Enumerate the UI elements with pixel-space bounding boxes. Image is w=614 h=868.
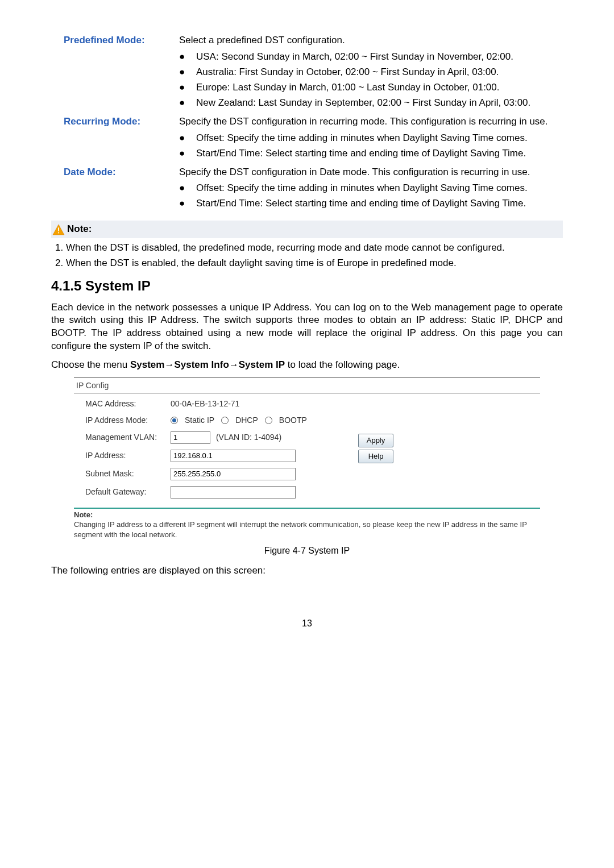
gw-input[interactable]: [171, 486, 296, 499]
panel-body: MAC Address: 00-0A-EB-13-12-71 IP Addres…: [74, 394, 540, 501]
radio-dhcp[interactable]: [221, 417, 229, 424]
entries-intro: The following entries are displayed on t…: [51, 564, 563, 578]
ip-input[interactable]: [171, 450, 296, 462]
apply-button[interactable]: Apply: [358, 434, 393, 447]
def-intro: Specify the DST configuration in recurri…: [179, 115, 563, 128]
radio-bootp[interactable]: [265, 417, 272, 424]
definition-list: Predefined Mode: Select a predefined DST…: [51, 34, 563, 213]
def-body: Specify the DST configuration in Date mo…: [179, 166, 563, 213]
radio-label: DHCP: [235, 415, 258, 426]
list-text: Offset: Specify the time adding in minut…: [196, 132, 563, 145]
bullet-icon: ●: [179, 66, 185, 79]
mac-label: MAC Address:: [85, 398, 171, 409]
list-text: Offset: Specify the time adding in minut…: [196, 182, 563, 195]
menu-sep: →: [164, 359, 174, 370]
list-text: Australia: First Sunday in October, 02:0…: [196, 66, 563, 79]
bullet-icon: ●: [179, 51, 185, 64]
vlan-hint: (VLAN ID: 1-4094): [216, 433, 281, 442]
datemode-list: ●Offset: Specify the time adding in minu…: [179, 182, 563, 210]
bullet-icon: ●: [179, 81, 185, 94]
mode-radio-group: Static IP DHCP BOOTP: [171, 415, 341, 426]
vlan-label: Management VLAN:: [85, 432, 171, 443]
list-item: ●Offset: Specify the time adding in minu…: [179, 132, 563, 145]
def-intro: Specify the DST configuration in Date mo…: [179, 166, 563, 179]
bullet-icon: ●: [179, 147, 185, 160]
bullet-icon: ●: [179, 182, 185, 195]
menu-path-line: Choose the menu System→System Info→Syste…: [51, 359, 563, 372]
ip-label: IP Address:: [85, 450, 171, 461]
panel-buttons: Apply Help: [358, 434, 393, 463]
list-text: USA: Second Sunday in March, 02:00 ~ Fir…: [196, 51, 563, 64]
note-item: When the DST is disabled, the predefined…: [66, 242, 563, 255]
list-item: ●Offset: Specify the time adding in minu…: [179, 182, 563, 195]
list-item: ●Start/End Time: Select starting time an…: [179, 197, 563, 210]
predefined-list: ●USA: Second Sunday in March, 02:00 ~ Fi…: [179, 51, 563, 110]
note-item: When the DST is enabled, the default day…: [66, 257, 563, 270]
def-term: Date Mode:: [51, 166, 168, 213]
page-number: 13: [51, 617, 563, 630]
note-list: When the DST is disabled, the predefined…: [51, 242, 563, 270]
menu-seg: System IP: [239, 359, 285, 370]
def-body: Select a predefined DST configuration. ●…: [179, 34, 563, 112]
def-row-recurring: Recurring Mode: Specify the DST configur…: [51, 115, 563, 163]
list-text: Start/End Time: Select starting time and…: [196, 147, 563, 160]
panel-note: Note: Changing IP address to a different…: [74, 510, 540, 540]
list-text: Start/End Time: Select starting time and…: [196, 197, 563, 210]
def-intro: Select a predefined DST configuration.: [179, 34, 563, 47]
mask-input[interactable]: [171, 468, 296, 480]
gw-label: Default Gateway:: [85, 487, 171, 497]
vlan-input[interactable]: [171, 431, 210, 444]
def-term: Recurring Mode:: [51, 115, 168, 163]
def-row-predefined: Predefined Mode: Select a predefined DST…: [51, 34, 563, 112]
section-heading: 4.1.5 System IP: [51, 277, 563, 295]
recurring-list: ●Offset: Specify the time adding in minu…: [179, 132, 563, 160]
ip-config-panel: IP Config MAC Address: 00-0A-EB-13-12-71…: [74, 377, 540, 509]
bullet-icon: ●: [179, 97, 185, 110]
panel-title: IP Config: [74, 378, 540, 394]
menu-lead: Choose the menu: [51, 359, 130, 370]
svg-rect-1: [58, 227, 59, 231]
radio-label: Static IP: [185, 415, 214, 426]
panel-note-body: Changing IP address to a different IP se…: [74, 520, 540, 539]
list-item: ●New Zealand: Last Sunday in September, …: [179, 97, 563, 110]
figure-caption: Figure 4-7 System IP: [51, 545, 563, 557]
svg-rect-2: [58, 232, 59, 233]
def-row-datemode: Date Mode: Specify the DST configuration…: [51, 166, 563, 213]
list-item: ●USA: Second Sunday in March, 02:00 ~ Fi…: [179, 51, 563, 64]
panel-note-heading: Note:: [74, 510, 540, 520]
menu-sep: →: [229, 359, 239, 370]
list-item: ●Australia: First Sunday in October, 02:…: [179, 66, 563, 79]
note-title: Note:: [67, 223, 92, 236]
note-callout: Note:: [51, 221, 563, 238]
config-panel-figure: IP Config MAC Address: 00-0A-EB-13-12-71…: [74, 377, 540, 509]
radio-static-ip[interactable]: [171, 417, 178, 424]
list-item: ●Europe: Last Sunday in March, 01:00 ~ L…: [179, 81, 563, 94]
mode-label: IP Address Mode:: [85, 415, 171, 426]
mac-value: 00-0A-EB-13-12-71: [171, 398, 341, 409]
radio-label: BOOTP: [279, 415, 307, 426]
menu-seg: System: [130, 359, 164, 370]
def-term: Predefined Mode:: [51, 34, 168, 112]
panel-grid: MAC Address: 00-0A-EB-13-12-71 IP Addres…: [85, 398, 341, 499]
list-text: Europe: Last Sunday in March, 01:00 ~ La…: [196, 81, 563, 94]
vlan-field-wrap: (VLAN ID: 1-4094): [171, 431, 341, 444]
menu-seg: System Info: [174, 359, 229, 370]
warning-icon: [52, 224, 65, 235]
help-button[interactable]: Help: [358, 450, 393, 463]
menu-tail: to load the following page.: [285, 359, 400, 370]
section-paragraph: Each device in the network possesses a u…: [51, 301, 563, 354]
list-item: ●Start/End Time: Select starting time an…: [179, 147, 563, 160]
list-text: New Zealand: Last Sunday in September, 0…: [196, 97, 563, 110]
def-body: Specify the DST configuration in recurri…: [179, 115, 563, 163]
mask-label: Subnet Mask:: [85, 468, 171, 479]
bullet-icon: ●: [179, 132, 185, 145]
bullet-icon: ●: [179, 197, 185, 210]
